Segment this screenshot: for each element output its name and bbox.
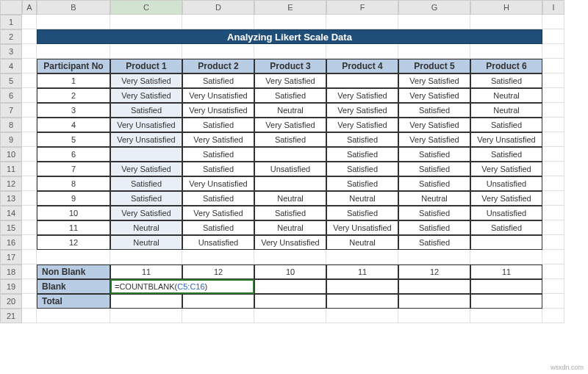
row-header-3[interactable]: 3 — [0, 44, 22, 59]
participant-10[interactable]: 10 — [37, 206, 110, 220]
cell-A12[interactable] — [22, 176, 37, 191]
cell-I13[interactable] — [542, 191, 564, 206]
row-header-2[interactable]: 2 — [0, 29, 22, 44]
participant-9[interactable]: 9 — [37, 191, 110, 206]
cell-F3[interactable] — [326, 44, 398, 59]
cell-A1[interactable] — [22, 15, 37, 29]
participant-1[interactable]: 1 — [37, 73, 110, 88]
cell-G1[interactable] — [398, 15, 470, 29]
data-cell-r7-p1[interactable]: Satisfied — [110, 103, 182, 118]
participant-2[interactable]: 2 — [37, 88, 110, 103]
data-cell-r9-p2[interactable]: Very Satisfied — [182, 132, 254, 147]
data-cell-r5-p6[interactable]: Satisfied — [470, 73, 542, 88]
data-cell-r8-p2[interactable]: Satisfied — [182, 118, 254, 132]
cell-A6[interactable] — [22, 88, 37, 103]
cell-E17[interactable] — [254, 250, 326, 265]
row-header-18[interactable]: 18 — [0, 265, 22, 279]
cell-H3[interactable] — [470, 44, 542, 59]
cell-A7[interactable] — [22, 103, 37, 118]
cell-D21[interactable] — [182, 309, 254, 323]
cell-E1[interactable] — [254, 15, 326, 29]
cell-F1[interactable] — [326, 15, 398, 29]
data-cell-r6-p6[interactable]: Neutral — [470, 88, 542, 103]
total-p1[interactable] — [110, 294, 182, 309]
data-cell-r10-p2[interactable]: Satisfied — [182, 147, 254, 162]
row-header-15[interactable]: 15 — [0, 220, 22, 235]
column-header-B[interactable]: B — [37, 0, 110, 15]
cell-I7[interactable] — [542, 103, 564, 118]
row-header-14[interactable]: 14 — [0, 206, 22, 220]
cell-A10[interactable] — [22, 147, 37, 162]
data-cell-r8-p6[interactable]: Satisfied — [470, 118, 542, 132]
data-cell-r9-p5[interactable]: Very Satisfied — [398, 132, 470, 147]
participant-4[interactable]: 4 — [37, 118, 110, 132]
data-cell-r9-p1[interactable]: Very Unsatisfied — [110, 132, 182, 147]
participant-8[interactable]: 8 — [37, 176, 110, 191]
cell-I20[interactable] — [542, 294, 564, 309]
data-cell-r5-p1[interactable]: Very Satisfied — [110, 73, 182, 88]
cell-A4[interactable] — [22, 59, 37, 73]
column-header-F[interactable]: F — [326, 0, 398, 15]
blank-p5[interactable] — [398, 279, 470, 294]
row-header-4[interactable]: 4 — [0, 59, 22, 73]
blank-p4[interactable] — [326, 279, 398, 294]
cell-A13[interactable] — [22, 191, 37, 206]
data-cell-r10-p1[interactable] — [110, 147, 182, 162]
data-cell-r10-p5[interactable]: Satisfied — [398, 147, 470, 162]
cell-G21[interactable] — [398, 309, 470, 323]
cell-I18[interactable] — [542, 265, 564, 279]
data-cell-r12-p4[interactable]: Satisfied — [326, 176, 398, 191]
cell-I5[interactable] — [542, 73, 564, 88]
data-cell-r5-p5[interactable]: Very Satisfied — [398, 73, 470, 88]
data-cell-r10-p4[interactable]: Satisfied — [326, 147, 398, 162]
data-cell-r16-p5[interactable]: Satisfied — [398, 235, 470, 250]
participant-12[interactable]: 12 — [37, 235, 110, 250]
data-cell-r10-p3[interactable] — [254, 147, 326, 162]
data-cell-r16-p3[interactable]: Very Unsatisfied — [254, 235, 326, 250]
data-cell-r11-p3[interactable]: Unsatisfied — [254, 162, 326, 176]
cell-I21[interactable] — [542, 309, 564, 323]
cell-I6[interactable] — [542, 88, 564, 103]
cell-A5[interactable] — [22, 73, 37, 88]
cell-A14[interactable] — [22, 206, 37, 220]
row-header-9[interactable]: 9 — [0, 132, 22, 147]
cell-I14[interactable] — [542, 206, 564, 220]
data-cell-r8-p5[interactable]: Very Satisfied — [398, 118, 470, 132]
data-cell-r11-p5[interactable]: Satisfied — [398, 162, 470, 176]
cell-C1[interactable] — [110, 15, 182, 29]
cell-B21[interactable] — [37, 309, 110, 323]
column-header-H[interactable]: H — [470, 0, 542, 15]
cell-H17[interactable] — [470, 250, 542, 265]
row-header-6[interactable]: 6 — [0, 88, 22, 103]
nonblank-p3[interactable]: 10 — [254, 265, 326, 279]
cell-I15[interactable] — [542, 220, 564, 235]
cell-I3[interactable] — [542, 44, 564, 59]
cell-C21[interactable] — [110, 309, 182, 323]
column-header-E[interactable]: E — [254, 0, 326, 15]
cell-A3[interactable] — [22, 44, 37, 59]
row-header-13[interactable]: 13 — [0, 191, 22, 206]
data-cell-r15-p5[interactable]: Satisfied — [398, 220, 470, 235]
data-cell-r9-p6[interactable]: Very Unsatisfied — [470, 132, 542, 147]
data-cell-r6-p2[interactable]: Very Unsatisfied — [182, 88, 254, 103]
data-cell-r15-p3[interactable]: Neutral — [254, 220, 326, 235]
data-cell-r12-p1[interactable]: Satisfied — [110, 176, 182, 191]
row-header-19[interactable]: 19 — [0, 279, 22, 294]
participant-5[interactable]: 5 — [37, 132, 110, 147]
row-header-7[interactable]: 7 — [0, 103, 22, 118]
total-p4[interactable] — [326, 294, 398, 309]
total-p2[interactable] — [182, 294, 254, 309]
nonblank-p5[interactable]: 12 — [398, 265, 470, 279]
data-cell-r9-p3[interactable]: Satisfied — [254, 132, 326, 147]
data-cell-r13-p4[interactable]: Neutral — [326, 191, 398, 206]
cell-E21[interactable] — [254, 309, 326, 323]
data-cell-r8-p1[interactable]: Very Unsatisfied — [110, 118, 182, 132]
data-cell-r5-p2[interactable]: Satisfied — [182, 73, 254, 88]
data-cell-r13-p1[interactable]: Satisfied — [110, 191, 182, 206]
cell-I10[interactable] — [542, 147, 564, 162]
data-cell-r13-p6[interactable]: Very Satisfied — [470, 191, 542, 206]
cell-A8[interactable] — [22, 118, 37, 132]
data-cell-r8-p4[interactable]: Very Satisfied — [326, 118, 398, 132]
column-header-C[interactable]: C — [110, 0, 182, 15]
cell-I4[interactable] — [542, 59, 564, 73]
